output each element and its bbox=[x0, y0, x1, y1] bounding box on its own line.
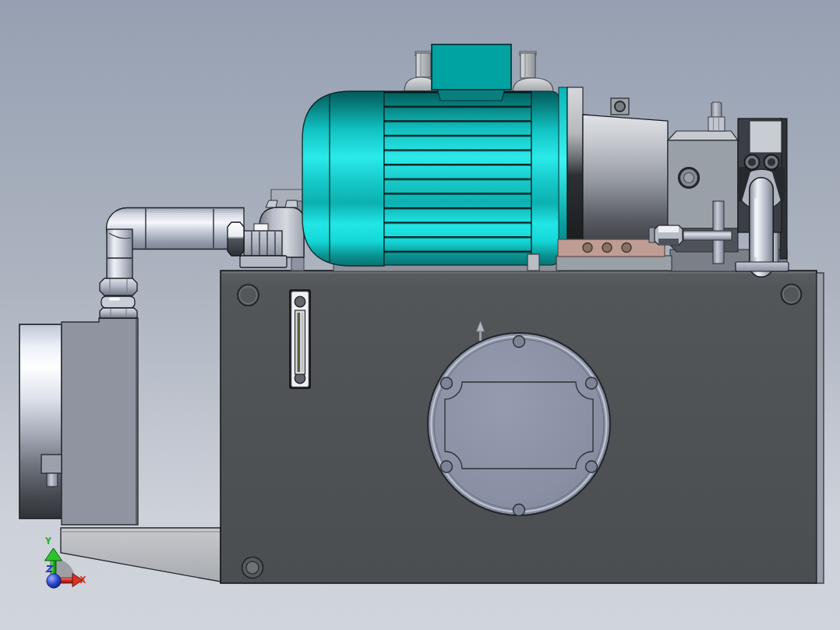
sight-glass-tube bbox=[302, 313, 304, 372]
origin-sphere bbox=[47, 574, 61, 588]
motor-pedestal bbox=[556, 256, 672, 271]
filter-mounting-plate[interactable] bbox=[62, 318, 138, 525]
hex-pipe-fittings[interactable] bbox=[100, 278, 137, 318]
tank-side-face bbox=[817, 273, 824, 583]
motor-cooling-fins bbox=[384, 91, 531, 265]
oil-level-sight-glass[interactable] bbox=[289, 289, 311, 389]
motor-junction-box[interactable] bbox=[432, 44, 511, 101]
motor-end-cap bbox=[302, 91, 384, 266]
motor-foot bbox=[528, 254, 539, 271]
drain-plug[interactable] bbox=[242, 557, 263, 579]
sight-glass-bolt-top bbox=[295, 296, 305, 307]
x-axis-arrow bbox=[60, 578, 72, 583]
model-scene: Y X bbox=[0, 0, 840, 630]
tank-plug-top-left[interactable] bbox=[238, 285, 259, 306]
motor-rear-band bbox=[531, 91, 559, 265]
y-axis-label: Y bbox=[45, 535, 51, 547]
filler-hex-nut bbox=[228, 222, 244, 256]
pipe-flange bbox=[736, 262, 789, 271]
filler-flange bbox=[240, 256, 287, 267]
filter-cylinder[interactable] bbox=[19, 324, 62, 519]
x-axis-label: X bbox=[80, 574, 86, 586]
cad-viewport[interactable]: Y X bbox=[0, 0, 840, 630]
tank-access-cover[interactable] bbox=[428, 333, 610, 516]
sight-glass-oil-level bbox=[298, 313, 301, 372]
electric-motor[interactable] bbox=[302, 91, 559, 266]
motor-bracket-salmon[interactable] bbox=[558, 239, 665, 257]
tank-plug-top-right[interactable] bbox=[782, 285, 802, 305]
